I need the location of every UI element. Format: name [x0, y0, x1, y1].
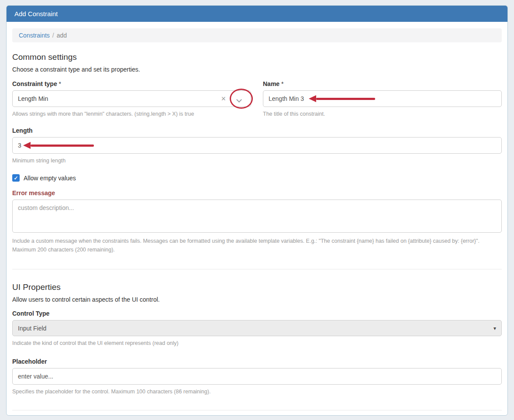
- ui-properties-description: Allow users to control certain aspects o…: [12, 296, 502, 303]
- panel-body: Constraints/add Common settings Choose a…: [7, 22, 507, 420]
- control-type-selected-value: Input Field: [18, 325, 46, 332]
- footer-divider: [12, 410, 502, 410]
- add-constraint-panel: Add Constraint Constraints/add Common se…: [6, 5, 508, 416]
- ui-properties-heading: UI Properties: [12, 282, 502, 292]
- name-group: Name * The title of this constraint.: [263, 80, 502, 118]
- length-label: Length: [12, 127, 502, 134]
- constraint-type-label: Constraint type *: [12, 80, 251, 87]
- length-group: Length Minimum string length: [12, 127, 502, 165]
- placeholder-control-wrap: [12, 368, 502, 385]
- control-type-group: Control Type Input Field ▾ Indicate the …: [12, 310, 502, 348]
- clear-selection-icon[interactable]: ×: [218, 95, 230, 103]
- constraint-type-control-wrap: Length Min ×: [12, 90, 251, 107]
- error-message-control-wrap: [12, 200, 502, 234]
- allow-empty-label: Allow empty values: [24, 175, 76, 182]
- common-settings-description: Choose a constraint type and set its pro…: [12, 66, 502, 73]
- name-control-wrap: [263, 90, 502, 107]
- error-message-help: Include a custom message when the constr…: [12, 237, 502, 254]
- placeholder-input[interactable]: [12, 368, 502, 385]
- constraint-type-selected-value: Length Min: [18, 95, 218, 102]
- common-settings-heading: Common settings: [12, 52, 502, 62]
- error-message-group: Error message Include a custom message w…: [12, 189, 502, 254]
- required-asterisk: *: [281, 80, 283, 87]
- section-divider: [12, 269, 502, 269]
- name-help: The title of this constraint.: [263, 110, 502, 118]
- error-message-textarea[interactable]: [12, 200, 502, 233]
- length-control-wrap: [12, 137, 502, 154]
- control-type-help: Indicate the kind of control that the UI…: [12, 339, 502, 348]
- chevron-down-icon: [236, 97, 242, 103]
- page: Add Constraint Constraints/add Common se…: [0, 0, 514, 420]
- name-label: Name *: [263, 80, 502, 87]
- panel-title: Add Constraint: [7, 6, 507, 22]
- breadcrumb-link-constraints[interactable]: Constraints: [19, 32, 50, 39]
- constraint-type-group: Constraint type * Length Min × Allows st…: [12, 80, 251, 118]
- checkbox-checked-icon[interactable]: ✓: [12, 174, 20, 182]
- caret-down-icon: ▾: [493, 325, 496, 331]
- error-message-label: Error message: [12, 189, 502, 196]
- control-type-label: Control Type: [12, 310, 502, 317]
- name-input[interactable]: [263, 90, 502, 107]
- placeholder-group: Placeholder Specifies the placeholder fo…: [12, 358, 502, 396]
- control-type-control-wrap: Input Field ▾: [12, 320, 502, 336]
- breadcrumb: Constraints/add: [12, 28, 502, 42]
- top-form-row: Constraint type * Length Min × Allows st…: [12, 80, 502, 118]
- allow-empty-checkbox-row[interactable]: ✓ Allow empty values: [12, 174, 502, 182]
- length-input[interactable]: [12, 137, 502, 154]
- placeholder-help: Specifies the placeholder for the contro…: [12, 387, 502, 396]
- breadcrumb-current: add: [57, 32, 67, 39]
- required-asterisk: *: [59, 80, 61, 87]
- length-help: Minimum string length: [12, 156, 502, 165]
- constraint-type-dropdown-toggle[interactable]: [230, 94, 246, 103]
- placeholder-label: Placeholder: [12, 358, 502, 365]
- footer: * Indicates required fields Add constrai…: [12, 417, 502, 420]
- breadcrumb-separator: /: [52, 32, 54, 39]
- constraint-type-select[interactable]: Length Min ×: [12, 90, 251, 107]
- constraint-type-help: Allows strings with more than "lenmin" c…: [12, 110, 251, 118]
- control-type-select: Input Field ▾: [12, 320, 502, 336]
